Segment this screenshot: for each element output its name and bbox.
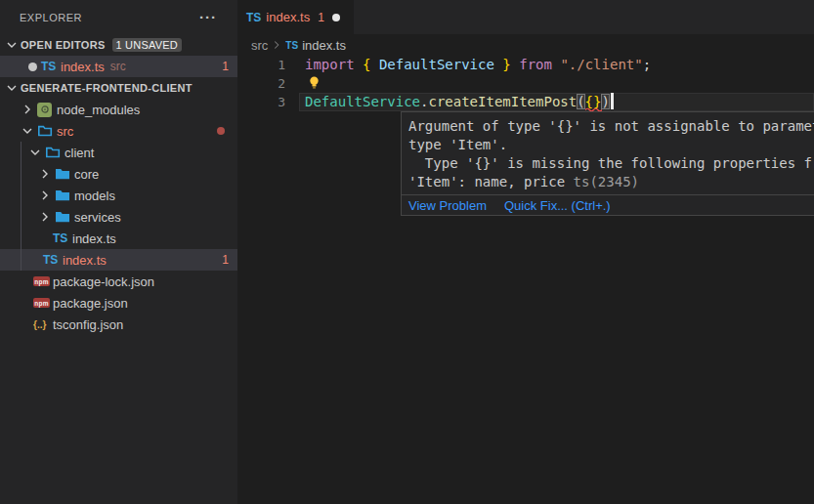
- code-line-3[interactable]: 3DefaultService.createItemItemPost({}): [237, 93, 814, 111]
- open-editors-header[interactable]: OPEN EDITORS 1 UNSAVED: [0, 34, 237, 56]
- chevron-right-icon[interactable]: [37, 209, 53, 225]
- npm-icon: npm: [33, 298, 50, 308]
- tree-item-src[interactable]: src: [0, 120, 237, 142]
- line-number: 2: [237, 74, 299, 93]
- editor-area: TS index.ts 1 src TS index.ts 1import { …: [237, 0, 814, 504]
- tree-item-label: src: [57, 124, 73, 139]
- view-problem-link[interactable]: View Problem: [408, 198, 487, 213]
- hover-message-line: Argument of type '{}' is not assignable …: [408, 117, 814, 136]
- tree-item-label: index.ts: [72, 231, 116, 246]
- tree-item-index.ts[interactable]: TSindex.ts1: [0, 249, 237, 271]
- hover-actions-bar: View Problem Quick Fix... (Ctrl+.): [402, 194, 814, 215]
- open-editors-label: OPEN EDITORS: [21, 39, 106, 51]
- typescript-icon: TS: [43, 253, 60, 267]
- breadcrumb-folder[interactable]: src: [251, 38, 268, 53]
- modified-dot-icon: [28, 63, 37, 71]
- chevron-right-icon[interactable]: [37, 166, 53, 182]
- tree-item-index.ts[interactable]: TSindex.ts: [0, 228, 237, 249]
- node-modules-icon: [37, 103, 54, 117]
- tree-item-label: node_modules: [57, 103, 140, 117]
- code-token: ): [601, 94, 609, 109]
- text-cursor: [611, 93, 614, 109]
- code-token: from: [519, 57, 552, 72]
- chevron-down-icon[interactable]: [20, 123, 35, 139]
- code-token: (: [577, 94, 584, 109]
- chevron-right-icon[interactable]: [37, 188, 53, 203]
- breadcrumb: src TS index.ts: [237, 34, 814, 56]
- chevron-down-icon[interactable]: [27, 145, 43, 160]
- hover-message-line: Type '{}' is missing the following prope…: [408, 154, 814, 173]
- open-editor-item[interactable]: TS index.ts src 1: [0, 56, 237, 77]
- tree-item-client[interactable]: client: [0, 142, 237, 163]
- tab-bar: TS index.ts 1: [237, 0, 814, 34]
- tree-item-core[interactable]: core: [0, 163, 237, 185]
- code-token: ;: [643, 57, 651, 72]
- tab-index-ts[interactable]: TS index.ts 1: [237, 0, 354, 34]
- chevron-right-icon[interactable]: [20, 102, 35, 117]
- code-token: }: [502, 57, 510, 72]
- code-token: createItemItemPost: [428, 94, 577, 109]
- tree-item-node_modules[interactable]: node_modules: [0, 99, 237, 120]
- typescript-icon: TS: [285, 40, 298, 51]
- tree-item-models[interactable]: models: [0, 185, 237, 206]
- json-icon: {..}: [33, 319, 50, 330]
- code-token: DefaultService: [379, 57, 494, 72]
- error-dot-icon: [217, 127, 225, 135]
- breadcrumb-file[interactable]: index.ts: [302, 38, 346, 53]
- indent-guide: [21, 142, 21, 271]
- file-tree: node_modulessrcclientcoremodelsservicesT…: [0, 99, 237, 335]
- open-editor-description: src: [110, 60, 126, 73]
- typescript-icon: TS: [41, 60, 58, 73]
- tab-error-count: 1: [318, 11, 324, 24]
- folder-open-icon: [37, 123, 54, 139]
- error-hover-tooltip: Argument of type '{}' is not assignable …: [401, 111, 814, 216]
- tree-item-label: package-lock.json: [53, 274, 154, 289]
- folder-icon: [55, 209, 71, 225]
- quick-fix-link[interactable]: Quick Fix... (Ctrl+.): [504, 198, 611, 213]
- unsaved-badge: 1 UNSAVED: [112, 38, 182, 52]
- tree-item-label: package.json: [53, 296, 128, 311]
- code-token: import: [305, 57, 363, 72]
- code-token: [370, 57, 378, 72]
- error-code: ts(2345): [574, 174, 639, 189]
- workspace-root-label: GENERATE-FRONTEND-CLIENT: [21, 82, 193, 94]
- tree-item-tsconfig.json[interactable]: {..}tsconfig.json: [0, 314, 237, 335]
- tree-item-package.json[interactable]: npmpackage.json: [0, 292, 237, 314]
- folder-icon: [55, 166, 71, 182]
- sidebar-title-bar: EXPLORER ···: [0, 0, 237, 34]
- tree-item-label: index.ts: [63, 253, 107, 268]
- line-number: 1: [237, 56, 299, 74]
- explorer-sidebar: EXPLORER ··· OPEN EDITORS 1 UNSAVED TS i…: [0, 0, 237, 504]
- code-token: DefaultService: [305, 94, 420, 109]
- tab-label: index.ts: [266, 10, 310, 24]
- code-line-1[interactable]: 1import { DefaultService } from "./clien…: [237, 56, 814, 74]
- chevron-down-icon: [4, 80, 20, 96]
- error-count-badge: 1: [222, 253, 229, 267]
- hover-message-line: 'Item': name, price ts(2345): [408, 173, 814, 191]
- workspace-root-header[interactable]: GENERATE-FRONTEND-CLIENT: [0, 77, 237, 99]
- error-count-badge: 1: [222, 60, 229, 73]
- folder-open-icon: [45, 145, 62, 160]
- sidebar-title: EXPLORER: [20, 12, 82, 23]
- tree-item-label: core: [74, 167, 99, 182]
- typescript-icon: TS: [53, 231, 69, 245]
- more-actions-icon[interactable]: ···: [199, 13, 217, 22]
- tree-item-label: models: [74, 189, 115, 203]
- tree-item-label: client: [64, 146, 94, 160]
- hover-message: Argument of type '{}' is not assignable …: [402, 112, 814, 194]
- tree-item-label: tsconfig.json: [53, 317, 123, 332]
- folder-icon: [55, 188, 71, 203]
- code-token: "./client": [560, 57, 642, 72]
- npm-icon: npm: [33, 276, 50, 286]
- tree-item-services[interactable]: services: [0, 206, 237, 228]
- lightbulb-icon[interactable]: [307, 75, 321, 90]
- tree-item-package-lock.json[interactable]: npmpackage-lock.json: [0, 271, 237, 292]
- typescript-icon: TS: [246, 11, 261, 24]
- line-number: 3: [237, 93, 299, 111]
- code-line-2[interactable]: 2: [237, 74, 814, 93]
- unsaved-dot-icon[interactable]: [332, 14, 340, 21]
- chevron-down-icon: [4, 37, 20, 53]
- code-token: [511, 57, 519, 72]
- code-area[interactable]: 1import { DefaultService } from "./clien…: [237, 56, 814, 111]
- open-editor-filename: index.ts: [61, 60, 105, 74]
